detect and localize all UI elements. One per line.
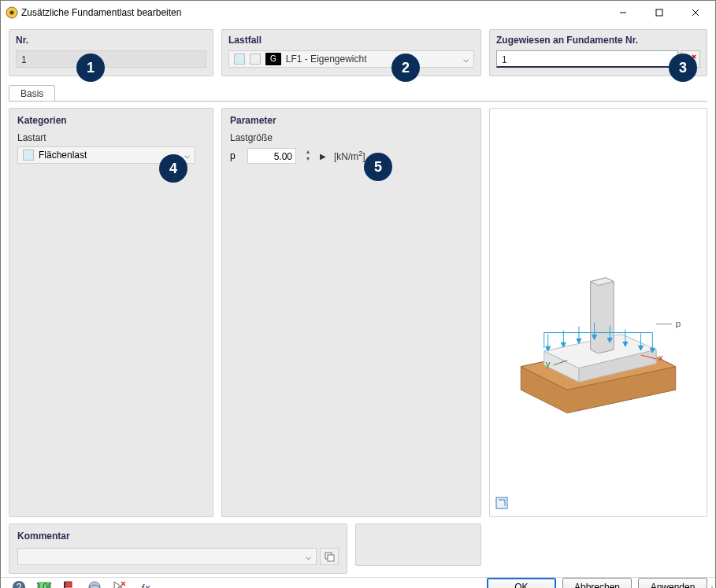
- p-spinner[interactable]: ▴ ▾: [304, 149, 312, 163]
- loadcase-dropdown[interactable]: G LF1 - Eigengewicht ⌵: [228, 50, 474, 68]
- color-swatch-icon: [23, 150, 34, 161]
- titlebar: Zusätzliche Fundamentlast bearbeiten: [1, 1, 715, 24]
- chevron-down-icon: ⌵: [306, 551, 311, 562]
- flag-icon: [62, 580, 76, 588]
- app-icon: [6, 6, 18, 19]
- dialog-footer: ? 0,00 ƒx OK Abbrechen Anwenden: [1, 577, 715, 588]
- p-symbol: p: [230, 150, 239, 161]
- comment-copy-button[interactable]: [320, 548, 339, 565]
- svg-rect-41: [65, 582, 72, 587]
- tool-button-4[interactable]: ƒx: [135, 578, 155, 588]
- tool-button-1[interactable]: [59, 578, 80, 588]
- load-magnitude-label: Lastgröße: [230, 132, 473, 143]
- svg-rect-34: [496, 497, 507, 508]
- preview-viewport[interactable]: x y p: [489, 108, 707, 517]
- loadcase-value: LF1 - Eigengewicht: [286, 50, 367, 68]
- color-swatch-icon: [250, 54, 261, 65]
- color-swatch-icon: [234, 54, 245, 65]
- number-label: Nr.: [16, 35, 206, 46]
- unit-prefix: [kN/m: [334, 151, 358, 162]
- close-button[interactable]: [677, 1, 714, 24]
- minimize-button[interactable]: [605, 1, 641, 24]
- p-value-input[interactable]: 5.00: [247, 148, 296, 164]
- svg-point-1: [10, 11, 14, 15]
- svg-text:?: ?: [17, 582, 22, 588]
- units-button[interactable]: 0,00: [34, 578, 54, 588]
- p-unit: [kN/m2]: [334, 150, 365, 162]
- comment-header: Kommentar: [17, 531, 339, 542]
- loadtype-value: Flächenlast: [39, 150, 87, 161]
- svg-marker-20: [577, 338, 581, 343]
- cursor-pick-icon: [685, 54, 696, 65]
- help-icon: ?: [12, 580, 26, 588]
- cancel-button[interactable]: Abbrechen: [562, 578, 632, 588]
- unit-suffix: ]: [362, 151, 365, 162]
- svg-rect-3: [656, 9, 662, 16]
- cursor-delete-icon: [113, 580, 127, 588]
- load-p-label: p: [676, 318, 681, 328]
- help-button[interactable]: ?: [9, 578, 29, 588]
- axis-x-label: x: [658, 352, 663, 362]
- aux-panel: [355, 523, 481, 566]
- loadtype-dropdown[interactable]: Flächenlast ⌵: [17, 146, 195, 164]
- parameter-panel: Parameter Lastgröße p 5.00 ▴ ▾ ▶ [kN/m2]: [221, 108, 481, 517]
- tab-basis[interactable]: Basis: [9, 85, 55, 102]
- number-value: 1: [16, 50, 206, 68]
- loadcase-field-box: Lastfall G LF1 - Eigengewicht ⌵ 2: [221, 29, 481, 76]
- tool-button-3[interactable]: [109, 578, 130, 588]
- function-icon: ƒx: [138, 580, 152, 588]
- loadcase-type-badge: G: [265, 53, 281, 65]
- svg-text:0,00: 0,00: [37, 582, 51, 588]
- number-field-box: Nr. 1 1: [9, 29, 213, 76]
- window-title: Zusätzliche Fundamentlast bearbeiten: [18, 7, 605, 18]
- assigned-input[interactable]: 1: [496, 50, 678, 68]
- comment-input[interactable]: ⌵: [17, 548, 317, 565]
- categories-panel: Kategorien Lastart Flächenlast ⌵ 4: [9, 108, 213, 517]
- foundation-illustration: x y p: [490, 109, 707, 516]
- svg-text:ƒx: ƒx: [140, 582, 151, 588]
- maximize-button[interactable]: [641, 1, 677, 24]
- assigned-label: Zugewiesen an Fundamente Nr.: [496, 35, 700, 46]
- assigned-field-box: Zugewiesen an Fundamente Nr. 1 3: [489, 29, 707, 76]
- chevron-down-icon: ⌵: [463, 50, 469, 68]
- categories-header: Kategorien: [17, 115, 205, 126]
- loadtype-label: Lastart: [17, 132, 205, 143]
- viewport-options-button[interactable]: [495, 496, 510, 512]
- parameter-header: Parameter: [230, 115, 473, 126]
- chevron-down-icon: ⌵: [184, 150, 190, 161]
- spinner-down-icon: ▾: [304, 156, 312, 163]
- loadcase-label: Lastfall: [228, 35, 474, 46]
- decimal-icon: 0,00: [37, 580, 51, 588]
- ok-button[interactable]: OK: [487, 578, 556, 588]
- axis-y-label: y: [546, 358, 551, 368]
- apply-button[interactable]: Anwenden: [638, 578, 707, 588]
- svg-rect-36: [328, 555, 334, 561]
- globe-icon: [87, 580, 102, 588]
- comment-panel: Kommentar ⌵: [9, 523, 347, 574]
- copy-icon: [324, 551, 335, 562]
- pick-in-view-button[interactable]: [681, 50, 700, 68]
- tool-button-2[interactable]: [84, 578, 105, 588]
- apply-arrow-icon[interactable]: ▶: [320, 152, 326, 161]
